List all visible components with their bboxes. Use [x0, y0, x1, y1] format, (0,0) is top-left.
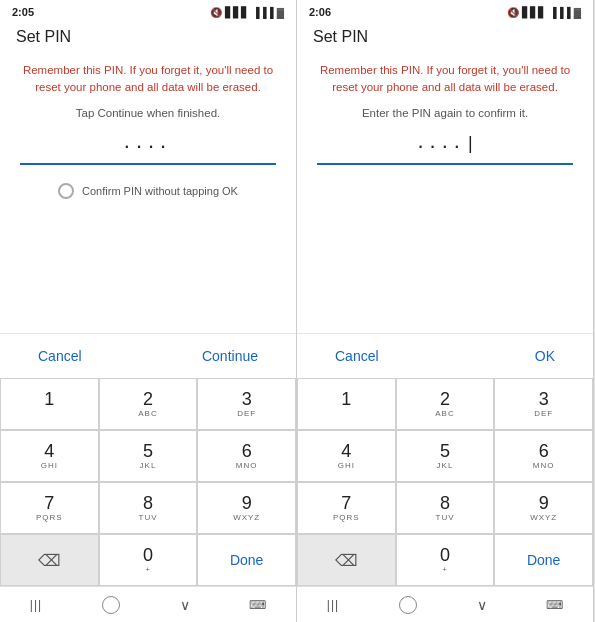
content-area-1: Remember this PIN. If you forget it, you…	[0, 50, 296, 333]
keypad-2: 1 2ABC 3DEF 4GHI 5JKL 6MNO 7PQRS 8TUV 9W…	[297, 378, 593, 586]
cancel-button-1[interactable]: Cancel	[30, 344, 90, 368]
nav-back-2[interactable]: |||	[327, 598, 339, 612]
key-2-7[interactable]: 7PQRS	[297, 482, 396, 534]
screen-title-2: Set PIN	[297, 22, 593, 50]
key-8[interactable]: 8TUV	[99, 482, 198, 534]
key-2-5[interactable]: 5JKL	[396, 430, 495, 482]
screen-title-1: Set PIN	[0, 22, 296, 50]
key-0[interactable]: 0+	[99, 534, 198, 586]
nav-recent-1[interactable]: ∨	[180, 597, 190, 613]
nav-recent-2[interactable]: ∨	[477, 597, 487, 613]
status-time-1: 2:05	[12, 6, 34, 18]
nav-home-2[interactable]	[399, 596, 417, 614]
instruction-text-2: Enter the PIN again to confirm it.	[362, 107, 528, 119]
status-icons-2: 🔇 ▋▋▋ ▐▐▐ ▓	[507, 7, 581, 18]
keypad-row-2: 4GHI 5JKL 6MNO	[0, 430, 296, 482]
keypad-row-3: 7PQRS 8TUV 9WXYZ	[0, 482, 296, 534]
key-delete-1[interactable]: ⌫	[0, 534, 99, 586]
key-2-9[interactable]: 9WXYZ	[494, 482, 593, 534]
key-6[interactable]: 6MNO	[197, 430, 296, 482]
nav-back-1[interactable]: |||	[30, 598, 42, 612]
backspace-icon-2: ⌫	[335, 551, 358, 570]
ok-button[interactable]: OK	[527, 344, 563, 368]
content-area-2: Remember this PIN. If you forget it, you…	[297, 50, 593, 333]
cursor-blink: |	[468, 133, 473, 159]
pin-input-row-2: ···· |	[317, 133, 573, 165]
mute-icon: 🔇	[210, 7, 222, 18]
key-delete-2[interactable]: ⌫	[297, 534, 396, 586]
key-2-1[interactable]: 1	[297, 378, 396, 430]
mute-icon-2: 🔇	[507, 7, 519, 18]
phone-panel-1: 2:05 🔇 ▋▋▋ ▐▐▐ ▓ Set PIN Remember this P…	[0, 0, 297, 622]
wifi-icon-2: ▋▋▋	[522, 7, 546, 18]
confirm-pin-row[interactable]: Confirm PIN without tapping OK	[58, 183, 238, 199]
key-2[interactable]: 2ABC	[99, 378, 198, 430]
pin-dots-1: ····	[124, 133, 172, 159]
nav-bar-2: ||| ∨ ⌨	[297, 586, 593, 622]
key-9[interactable]: 9WXYZ	[197, 482, 296, 534]
key-4[interactable]: 4GHI	[0, 430, 99, 482]
phone-panel-2: 2:06 🔇 ▋▋▋ ▐▐▐ ▓ Set PIN Remember this P…	[297, 0, 594, 622]
confirm-radio[interactable]	[58, 183, 74, 199]
keypad-1: 1 2ABC 3DEF 4GHI 5JKL 6MNO 7PQRS 8TUV 9W…	[0, 378, 296, 586]
key-5[interactable]: 5JKL	[99, 430, 198, 482]
battery-icon: ▓	[277, 7, 284, 18]
signal-icon-2: ▐▐▐	[549, 7, 570, 18]
wifi-icon: ▋▋▋	[225, 7, 249, 18]
status-icons-1: 🔇 ▋▋▋ ▐▐▐ ▓	[210, 7, 284, 18]
status-bar-2: 2:06 🔇 ▋▋▋ ▐▐▐ ▓	[297, 0, 593, 22]
key-2-8[interactable]: 8TUV	[396, 482, 495, 534]
backspace-icon-1: ⌫	[38, 551, 61, 570]
warning-text-2: Remember this PIN. If you forget it, you…	[317, 62, 573, 97]
key-done-2[interactable]: Done	[494, 534, 593, 586]
pin-input-row-1: ····	[20, 133, 276, 165]
key-2-3[interactable]: 3DEF	[494, 378, 593, 430]
status-time-2: 2:06	[309, 6, 331, 18]
key-2-0[interactable]: 0+	[396, 534, 495, 586]
key-done-1[interactable]: Done	[197, 534, 296, 586]
continue-button[interactable]: Continue	[194, 344, 266, 368]
cancel-button-2[interactable]: Cancel	[327, 344, 387, 368]
key-1[interactable]: 1	[0, 378, 99, 430]
instruction-text-1: Tap Continue when finished.	[76, 107, 221, 119]
action-bar-2: Cancel OK	[297, 333, 593, 378]
action-bar-1: Cancel Continue	[0, 333, 296, 378]
nav-bar-1: ||| ∨ ⌨	[0, 586, 296, 622]
signal-icon: ▐▐▐	[252, 7, 273, 18]
key-3[interactable]: 3DEF	[197, 378, 296, 430]
warning-text-1: Remember this PIN. If you forget it, you…	[20, 62, 276, 97]
key-2-2[interactable]: 2ABC	[396, 378, 495, 430]
key-2-6[interactable]: 6MNO	[494, 430, 593, 482]
keypad-row-2-4: ⌫ 0+ Done	[297, 534, 593, 586]
pin-dots-2: ····	[417, 133, 465, 159]
battery-icon-2: ▓	[574, 7, 581, 18]
keypad-row-1: 1 2ABC 3DEF	[0, 378, 296, 430]
keypad-row-2-1: 1 2ABC 3DEF	[297, 378, 593, 430]
keypad-row-4: ⌫ 0+ Done	[0, 534, 296, 586]
nav-home-1[interactable]	[102, 596, 120, 614]
nav-keyboard-1[interactable]: ⌨	[249, 598, 266, 612]
keypad-row-2-2: 4GHI 5JKL 6MNO	[297, 430, 593, 482]
key-2-4[interactable]: 4GHI	[297, 430, 396, 482]
status-bar-1: 2:05 🔇 ▋▋▋ ▐▐▐ ▓	[0, 0, 296, 22]
keypad-row-2-3: 7PQRS 8TUV 9WXYZ	[297, 482, 593, 534]
key-7[interactable]: 7PQRS	[0, 482, 99, 534]
confirm-label: Confirm PIN without tapping OK	[82, 185, 238, 197]
nav-keyboard-2[interactable]: ⌨	[546, 598, 563, 612]
